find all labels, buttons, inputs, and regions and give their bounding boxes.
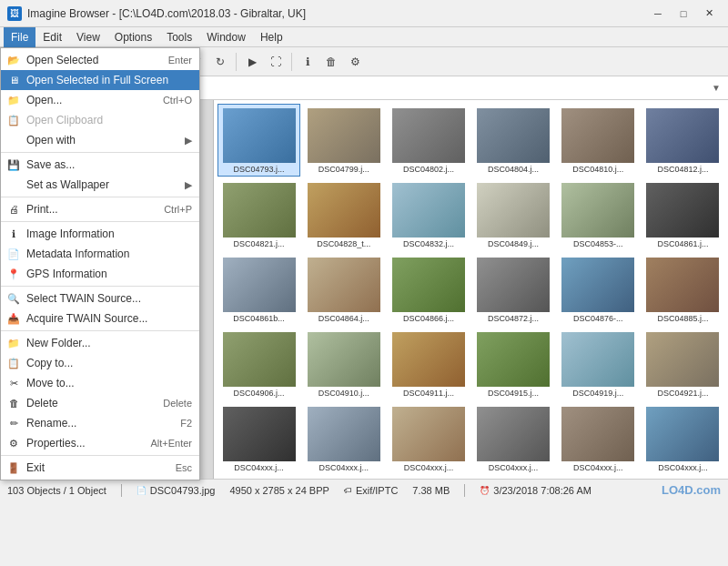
thumbnail-image — [561, 407, 634, 461]
menu-item-rename---[interactable]: ✏Rename...F2 — [1, 413, 199, 433]
menu-item-metadata-information[interactable]: 📄Metadata Information — [1, 244, 199, 264]
menu-view[interactable]: View — [69, 27, 107, 47]
thumbnail-label: DSC04799.j... — [306, 165, 382, 174]
close-button[interactable]: ✕ — [697, 5, 721, 23]
minimize-button[interactable]: ─ — [646, 5, 670, 23]
menu-options[interactable]: Options — [107, 27, 159, 47]
thumbnail-cell[interactable]: DSC04872.j... — [471, 253, 554, 326]
thumbnail-cell[interactable]: DSC04xxx.j... — [387, 402, 470, 475]
menu-item-new-folder---[interactable]: 📁New Folder... — [1, 333, 199, 353]
thumbnail-cell[interactable]: DSC04885.j... — [642, 253, 724, 326]
menu-item-open-with[interactable]: Open with▶ — [1, 130, 199, 150]
thumbnail-label: DSC04864.j... — [306, 314, 382, 323]
menu-item-label: New Folder... — [26, 337, 91, 349]
thumbnail-cell[interactable]: DSC04832.j... — [387, 178, 470, 251]
thumbnail-image — [392, 183, 465, 238]
thumbnail-cell[interactable]: DSC04853-... — [557, 178, 640, 251]
thumbnail-cell[interactable]: DSC04919.j... — [557, 328, 640, 400]
menu-window[interactable]: Window — [199, 27, 253, 47]
tb-fullscreen[interactable]: ⛶ — [265, 51, 287, 73]
menu-item-acquire-twain-source---[interactable]: 📥Acquire TWAIN Source... — [1, 308, 199, 328]
thumbnail-cell[interactable]: DSC04876-... — [557, 253, 640, 326]
thumbnail-image — [308, 258, 380, 312]
thumbnail-cell[interactable]: DSC04xxx.j... — [471, 402, 554, 475]
menu-item-save-as---[interactable]: 💾Save as... — [1, 155, 199, 175]
menu-item-image-information[interactable]: ℹImage Information — [1, 224, 199, 244]
menu-item-print---[interactable]: 🖨Print...Ctrl+P — [1, 199, 199, 219]
tb-slideshow[interactable]: ▶ — [241, 51, 263, 73]
thumbnail-cell[interactable]: DSC04864.j... — [302, 253, 385, 326]
thumbnail-cell[interactable]: DSC04911.j... — [387, 328, 470, 400]
thumbnail-cell[interactable]: DSC04xxx.j... — [217, 402, 300, 475]
path-arrow: ▼ — [712, 83, 721, 93]
thumbnail-cell[interactable]: DSC04812.j... — [642, 104, 724, 177]
menu-item-gps-information[interactable]: 📍GPS Information — [1, 264, 199, 284]
tb-delete[interactable]: 🗑 — [320, 51, 342, 73]
thumbnail-cell[interactable]: DSC04861.j... — [642, 178, 724, 251]
thumbnail-cell[interactable]: DSC04861b... — [217, 253, 300, 326]
menu-item-open---[interactable]: 📁Open...Ctrl+O — [1, 90, 199, 110]
status-objects-text: 103 Objects / 1 Object — [7, 485, 106, 496]
menu-item-icon — [6, 177, 21, 192]
menu-item-copy-to---[interactable]: 📋Copy to... — [1, 353, 199, 373]
menu-item-delete[interactable]: 🗑DeleteDelete — [1, 393, 199, 413]
menu-item-select-twain-source---[interactable]: 🔍Select TWAIN Source... — [1, 288, 199, 308]
menu-item-move-to---[interactable]: ✂Move to... — [1, 373, 199, 393]
menu-bar: File Edit View Options Tools Window Help — [0, 27, 728, 47]
menu-edit[interactable]: Edit — [35, 27, 69, 47]
thumbnail-cell[interactable]: DSC04828_t... — [302, 178, 385, 251]
menu-help[interactable]: Help — [253, 27, 290, 47]
menu-separator — [1, 330, 199, 331]
thumbnail-label: DSC04885.j... — [644, 314, 721, 323]
window-controls[interactable]: ─ □ ✕ — [646, 5, 721, 23]
tb-rotate-right[interactable]: ↻ — [209, 51, 231, 73]
thumbnail-cell[interactable]: DSC04906.j... — [217, 328, 300, 400]
thumbnail-grid-panel[interactable]: DSC04793.j...DSC04799.j...DSC04802.j...D… — [214, 100, 728, 479]
thumbnail-grid: DSC04793.j...DSC04799.j...DSC04802.j...D… — [217, 104, 724, 475]
thumbnail-cell[interactable]: DSC04921.j... — [642, 328, 724, 400]
thumbnail-label: DSC04xxx.j... — [644, 463, 721, 472]
thumbnail-cell[interactable]: DSC04804.j... — [471, 104, 554, 177]
maximize-button[interactable]: □ — [672, 5, 695, 23]
menu-item-set-as-wallpaper[interactable]: Set as Wallpaper▶ — [1, 175, 199, 195]
thumbnail-label: DSC04832.j... — [390, 239, 467, 248]
thumbnail-cell[interactable]: DSC04793.j... — [217, 104, 300, 177]
menu-item-icon: ⚙ — [6, 436, 21, 450]
menu-separator — [1, 221, 199, 222]
menu-item-icon: 📁 — [6, 336, 21, 350]
thumbnail-cell[interactable]: DSC04915.j... — [471, 328, 554, 400]
menu-item-icon: 🚪 — [6, 460, 21, 475]
thumbnail-cell[interactable]: DSC04802.j... — [387, 104, 470, 177]
menu-item-icon: 📥 — [6, 311, 21, 326]
thumbnail-cell[interactable]: DSC04xxx.j... — [557, 402, 640, 475]
menu-item-open-selected-in-full-screen[interactable]: 🖥Open Selected in Full Screen — [1, 70, 199, 90]
menu-file[interactable]: File — [4, 27, 35, 47]
thumbnail-image — [646, 183, 719, 238]
menu-item-icon: ✂ — [6, 376, 21, 390]
thumbnail-cell[interactable]: DSC04866.j... — [387, 253, 470, 326]
tb-info[interactable]: ℹ — [297, 51, 318, 73]
thumbnail-cell[interactable]: DSC04910.j... — [302, 328, 385, 400]
thumbnail-label: DSC04915.j... — [475, 389, 551, 398]
thumbnail-label: DSC04876-... — [560, 314, 636, 323]
thumbnail-label: DSC04xxx.j... — [390, 463, 467, 472]
menu-item-open-selected[interactable]: 📂Open SelectedEnter — [1, 50, 199, 70]
thumbnail-cell[interactable]: DSC04810.j... — [557, 104, 640, 177]
menu-item-label: Exit — [26, 461, 45, 474]
menu-tools[interactable]: Tools — [159, 27, 199, 47]
tb-settings[interactable]: ⚙ — [344, 51, 366, 73]
thumbnail-cell[interactable]: DSC04xxx.j... — [642, 402, 724, 475]
thumbnail-cell[interactable]: DSC04821.j... — [217, 178, 300, 251]
menu-item-shortcut: ▶ — [185, 135, 192, 147]
menu-item-icon: 📋 — [6, 356, 21, 370]
status-exif-text: Exif/IPTC — [356, 485, 398, 496]
menu-item-shortcut: ▶ — [185, 179, 192, 191]
menu-item-exit[interactable]: 🚪ExitEsc — [1, 458, 199, 478]
thumbnail-cell[interactable]: DSC04xxx.j... — [302, 402, 385, 475]
thumbnail-cell[interactable]: DSC04799.j... — [302, 104, 385, 177]
thumbnail-image — [477, 332, 550, 387]
thumbnail-label: DSC04910.j... — [306, 389, 382, 398]
menu-item-icon: 📂 — [6, 53, 21, 67]
thumbnail-cell[interactable]: DSC04849.j... — [471, 178, 554, 251]
menu-item-properties---[interactable]: ⚙Properties...Alt+Enter — [1, 433, 199, 453]
